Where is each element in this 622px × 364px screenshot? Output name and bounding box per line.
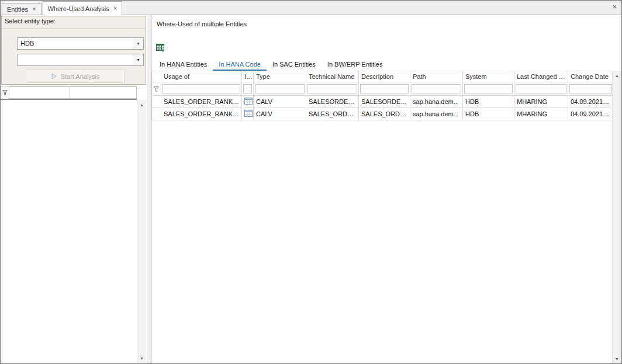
cell-usage-of: SALES_ORDER_RANKING: [161, 108, 242, 120]
filter-cell: [463, 82, 514, 96]
calc-view-icon: [244, 110, 253, 117]
tree-filter-cell[interactable]: [70, 86, 137, 99]
tab-label: Entities: [7, 6, 28, 13]
table-row[interactable]: SALES_ORDER_RANKING CALV SALES_ORDE: [152, 108, 614, 120]
col-last-changed-by[interactable]: Last Changed By: [514, 71, 568, 82]
table-row[interactable]: SALES_ORDER_RANKING CALV SALESORDER: [152, 96, 614, 108]
dropdown-value: HDB: [18, 38, 133, 49]
filter-input[interactable]: [360, 84, 409, 93]
filter-cell: [514, 82, 568, 96]
tab-label: In SAC Entities: [272, 61, 316, 68]
filter-cell: [410, 82, 463, 96]
filter-cell: [254, 82, 306, 96]
filter-cell: [242, 82, 254, 96]
tab-in-hana-code[interactable]: In HANA Code: [213, 58, 267, 71]
scroll-down-button[interactable]: ▼: [137, 353, 146, 363]
tab-in-bw-erp-entities[interactable]: In BW/ERP Entities: [322, 58, 389, 71]
result-tabbar: In HANA Entities In HANA Code In SAC Ent…: [154, 56, 612, 71]
cell-path: sap.hana.dem...: [410, 96, 463, 108]
scroll-down-icon: ▼: [140, 356, 144, 360]
scroll-up-icon: ▲: [615, 74, 619, 78]
filter-funnel-cell: [152, 82, 161, 96]
tab-in-sac-entities[interactable]: In SAC Entities: [267, 58, 322, 71]
cell-change-date: 04.09.2021 09...: [568, 96, 614, 108]
cell-technical-name: SALES_ORDER...: [306, 108, 359, 120]
filter-cell: [306, 82, 359, 96]
results-table: Usage of I... Type Technical Name Descri…: [151, 71, 614, 120]
filter-input[interactable]: [464, 84, 513, 93]
col-type[interactable]: Type: [254, 71, 306, 82]
tab-close-icon[interactable]: ×: [32, 6, 36, 12]
scrollbar-track[interactable]: [137, 109, 146, 353]
tab-entities[interactable]: Entities ×: [2, 3, 42, 15]
filter-funnel-icon: [1, 86, 9, 99]
tab-in-hana-entities[interactable]: In HANA Entities: [154, 58, 213, 71]
scroll-down-button[interactable]: ▼: [613, 354, 621, 363]
dropdown-value: [18, 54, 133, 65]
tab-label: Where-Used Analysis: [48, 5, 109, 12]
col-system[interactable]: System: [463, 71, 514, 82]
main-panel: Where-Used of multiple Entities In HANA …: [151, 15, 621, 363]
cell-path: sap.hana.dem...: [410, 108, 463, 120]
cell-type-icon: [242, 108, 254, 120]
entity-tree-filter-row: [1, 86, 137, 100]
scroll-up-button[interactable]: ▲: [613, 71, 621, 80]
left-scrollbar[interactable]: ▲ ▼: [137, 100, 146, 363]
tab-where-used-analysis[interactable]: Where-Used Analysis ×: [43, 1, 123, 15]
dropdown-arrow-icon[interactable]: ▼: [133, 38, 143, 49]
entity-type-group-label: Select entity type:: [2, 16, 146, 29]
app-window: Entities × Where-Used Analysis × × Selec…: [0, 0, 622, 364]
results-grid: Usage of I... Type Technical Name Descri…: [151, 71, 614, 120]
cell-type: CALV: [254, 108, 306, 120]
cell-last-changed-by: MHARING: [514, 108, 568, 120]
col-technical-name[interactable]: Technical Name: [306, 71, 359, 82]
cell-system: HDB: [463, 108, 514, 120]
panel-splitter[interactable]: [147, 15, 151, 363]
filter-input[interactable]: [569, 84, 612, 93]
right-scrollbar[interactable]: ▲ ▼: [612, 71, 621, 363]
filter-input[interactable]: [412, 84, 461, 93]
panel-title: Where-Used of multiple Entities: [157, 20, 247, 27]
header-indicator-cell: [152, 71, 161, 82]
col-description[interactable]: Description: [359, 71, 410, 82]
row-indicator-cell: [152, 96, 161, 108]
entity-type-dropdown[interactable]: HDB ▼: [17, 37, 144, 50]
entity-type-groupbox: Select entity type: HDB ▼ ▼ Start Analys…: [1, 16, 146, 85]
cell-description: SALESORDER_...: [359, 96, 410, 108]
start-analysis-label: Start Analysis: [61, 73, 100, 80]
filter-input[interactable]: [243, 84, 252, 93]
col-change-date[interactable]: Change Date: [568, 71, 614, 82]
scrollbar-track[interactable]: [613, 80, 621, 354]
export-excel-button[interactable]: [154, 41, 167, 54]
filter-cell: [161, 82, 242, 96]
cell-technical-name: SALESORDER_...: [306, 96, 359, 108]
filter-input[interactable]: [163, 84, 240, 93]
col-usage-of[interactable]: Usage of: [161, 71, 242, 82]
filter-input[interactable]: [516, 84, 566, 93]
filter-input[interactable]: [255, 84, 305, 93]
filter-funnel-icon: [153, 84, 160, 94]
tree-filter-cell[interactable]: [9, 86, 70, 99]
scroll-up-button[interactable]: ▲: [137, 100, 146, 109]
entity-dropdown[interactable]: ▼: [17, 54, 144, 66]
scroll-down-icon: ▼: [615, 357, 619, 361]
left-panel: Select entity type: HDB ▼ ▼ Start Analys…: [1, 15, 147, 363]
tab-label: In HANA Entities: [160, 61, 207, 68]
scroll-up-icon: ▲: [140, 103, 144, 107]
col-icon[interactable]: I...: [242, 71, 254, 82]
start-analysis-button[interactable]: Start Analysis: [26, 70, 125, 83]
play-icon: [51, 73, 57, 79]
filter-input[interactable]: [307, 84, 357, 93]
tab-close-icon[interactable]: ×: [113, 5, 117, 12]
cell-type-icon: [242, 96, 254, 108]
excel-icon: [156, 43, 165, 52]
col-path[interactable]: Path: [410, 71, 463, 82]
cell-change-date: 04.09.2021 09...: [568, 108, 614, 120]
window-close-icon[interactable]: ×: [612, 3, 617, 11]
calc-view-icon: [244, 98, 253, 105]
cell-last-changed-by: MHARING: [514, 96, 568, 108]
cell-system: HDB: [463, 96, 514, 108]
entity-tree: [1, 100, 137, 363]
row-indicator-cell: [152, 108, 161, 120]
dropdown-arrow-icon[interactable]: ▼: [133, 54, 143, 65]
